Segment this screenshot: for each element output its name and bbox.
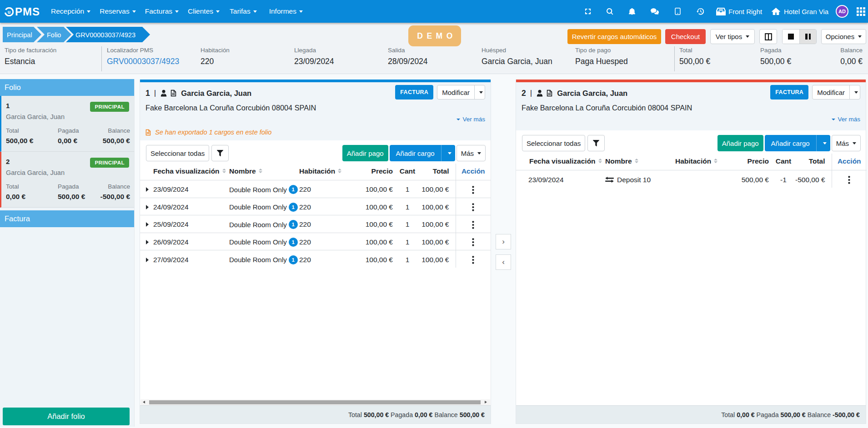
svg-text:GRV00003037/4923: GRV00003037/4923 bbox=[75, 31, 135, 39]
svg-text:Principal: Principal bbox=[7, 31, 32, 39]
svg-text:Folio: Folio bbox=[47, 31, 61, 39]
